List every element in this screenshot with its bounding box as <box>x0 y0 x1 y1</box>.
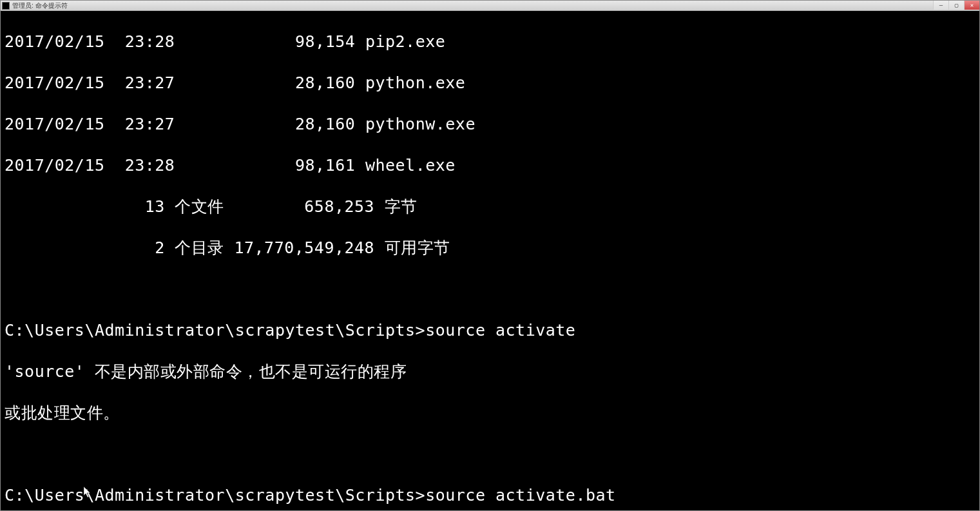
window-controls: — ▢ ✕ <box>933 1 979 10</box>
blank-line <box>5 444 975 465</box>
cmd-window: 管理员: 命令提示符 — ▢ ✕ 2017/02/15 23:28 98,154… <box>0 0 980 511</box>
dir-row: 2017/02/15 23:28 98,161 wheel.exe <box>5 155 975 176</box>
blank-line <box>5 279 975 300</box>
minimize-button[interactable]: — <box>933 1 948 10</box>
dir-summary-files: 13 个文件 658,253 字节 <box>5 197 975 217</box>
cmd-icon <box>2 2 10 10</box>
close-button[interactable]: ✕ <box>964 1 979 10</box>
terminal-output[interactable]: 2017/02/15 23:28 98,154 pip2.exe 2017/02… <box>1 11 979 510</box>
maximize-button[interactable]: ▢ <box>948 1 964 10</box>
window-title: 管理员: 命令提示符 <box>12 1 978 10</box>
prompt-line: C:\Users\Administrator\scrapytest\Script… <box>5 320 975 341</box>
dir-row: 2017/02/15 23:27 28,160 pythonw.exe <box>5 114 975 135</box>
error-line: 或批处理文件。 <box>5 403 975 423</box>
dir-summary-dirs: 2 个目录 17,770,549,248 可用字节 <box>5 238 975 258</box>
dir-row: 2017/02/15 23:27 28,160 python.exe <box>5 73 975 93</box>
dir-row: 2017/02/15 23:28 98,154 pip2.exe <box>5 32 975 52</box>
error-line: 'source' 不是内部或外部命令，也不是可运行的程序 <box>5 362 975 382</box>
prompt-line: C:\Users\Administrator\scrapytest\Script… <box>5 485 975 506</box>
titlebar[interactable]: 管理员: 命令提示符 — ▢ ✕ <box>1 1 979 11</box>
